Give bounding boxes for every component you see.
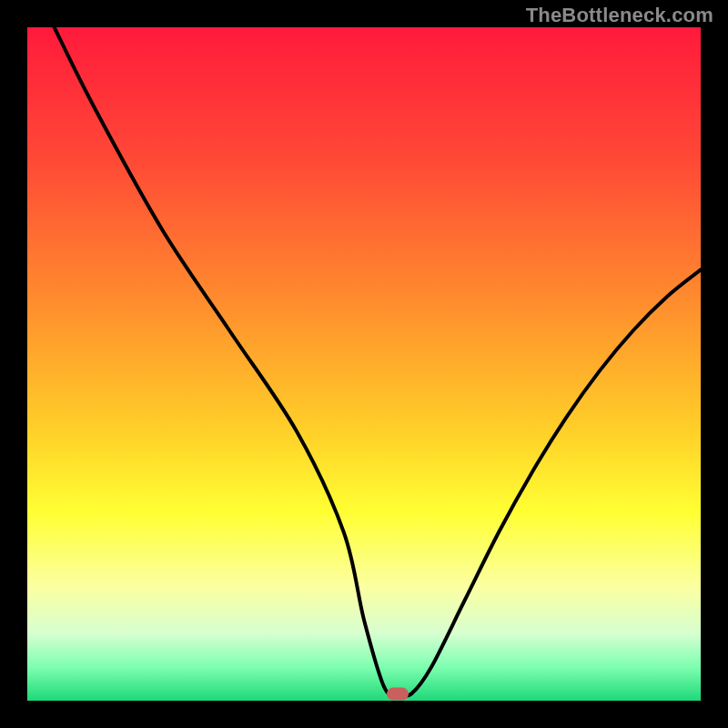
optimum-marker	[387, 688, 409, 701]
bottleneck-chart: TheBottleneck.com	[0, 0, 728, 728]
chart-canvas	[0, 0, 728, 728]
watermark-label: TheBottleneck.com	[526, 4, 713, 27]
svg-rect-1	[27, 27, 701, 701]
